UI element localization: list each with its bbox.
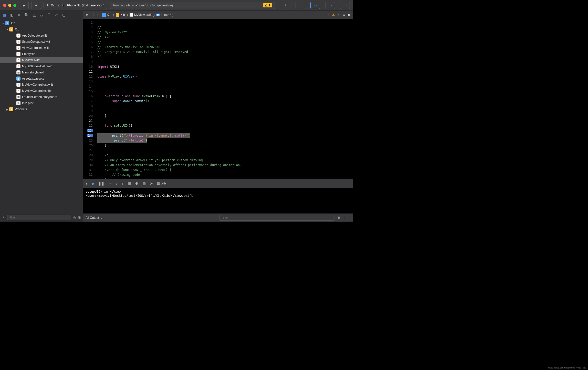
warning-icon[interactable]: ⚠ xyxy=(332,13,335,17)
crumb-file[interactable]: MyView.swift xyxy=(134,13,152,17)
test-navigator-tab[interactable]: ◇ xyxy=(40,13,43,17)
folder-icon: ▮ xyxy=(9,27,13,31)
file-label: Info.plist xyxy=(22,101,34,105)
issue-navigator-tab[interactable]: △ xyxy=(33,13,36,17)
toggle-navigator-button[interactable]: ▭ xyxy=(310,2,320,9)
file-label: MyViewController.xib xyxy=(22,89,51,93)
process-selector[interactable]: ▦ Xib xyxy=(157,182,166,185)
traffic-lights xyxy=(3,4,16,7)
source-control-navigator-tab[interactable]: ◧ xyxy=(10,13,14,17)
file-viewcontroller[interactable]: SViewController.swift xyxy=(0,45,83,51)
scheme-app-label: Xib xyxy=(51,4,55,7)
xib-file-icon: X xyxy=(16,89,20,93)
file-label: Empty.xib xyxy=(22,52,35,56)
step-into-icon[interactable]: ↓ xyxy=(116,181,118,186)
folder-icon xyxy=(116,13,119,17)
minimize-window-button[interactable] xyxy=(8,4,11,7)
project-navigator-tab[interactable]: ▤ xyxy=(3,13,6,17)
output-mode-selector[interactable]: All Output ⌄ xyxy=(86,216,102,220)
crumb-group[interactable]: Xib xyxy=(120,13,125,17)
minimap-toggle[interactable]: ≡ xyxy=(343,13,345,17)
jump-previous-issue[interactable]: 〈 xyxy=(327,13,330,17)
continue-pause-icon[interactable]: ❚❚ xyxy=(98,181,104,186)
variables-view-toggle[interactable]: ▯ xyxy=(344,216,345,220)
swift-file-icon: S xyxy=(16,40,20,44)
file-main-storyboard[interactable]: ◧Main.storyboard xyxy=(0,69,83,75)
breakpoint-navigator-tab[interactable]: ▱ xyxy=(55,13,58,17)
storyboard-file-icon: ◧ xyxy=(16,70,20,74)
file-mytableviewcell[interactable]: SMyTableViewCell.swift xyxy=(0,63,83,69)
environment-overrides-icon[interactable]: ▦ xyxy=(142,181,146,186)
code-review-button[interactable]: ⇄ xyxy=(296,2,305,9)
console-filter-input[interactable] xyxy=(219,215,334,221)
project-root[interactable]: ▼ X Xib xyxy=(0,20,83,26)
back-button[interactable]: 〈 xyxy=(91,13,94,17)
file-myviewcontroller-swift[interactable]: SMyViewController.swift xyxy=(0,82,83,88)
recent-filter-icon[interactable]: ◷ xyxy=(73,216,76,219)
navigator-filter-input[interactable] xyxy=(7,215,71,220)
console-view-toggle[interactable]: ▯ xyxy=(349,216,350,220)
group-folder[interactable]: ▼ ▮ Xib xyxy=(0,26,83,32)
clear-console-icon[interactable]: 🗑 xyxy=(338,216,341,220)
disclosure-triangle-icon[interactable]: ▼ xyxy=(2,22,5,25)
file-myview-selected[interactable]: SMyView.swift xyxy=(0,57,83,63)
step-out-icon[interactable]: ↑ xyxy=(122,181,123,186)
activity-text: Running Xib on iPhone SE (2nd generation… xyxy=(113,4,173,7)
stop-button[interactable]: ■ xyxy=(31,2,41,9)
swift-file-icon: S xyxy=(16,46,20,50)
breakpoint-marker[interactable]: 23 xyxy=(87,129,93,132)
source-editor[interactable]: 1234567891011121314151617181920212223242… xyxy=(83,19,353,179)
activity-viewer[interactable]: Running Xib on iPhone SE (2nd generation… xyxy=(110,2,275,9)
library-button[interactable]: ＋ xyxy=(281,2,290,9)
project-tree[interactable]: ▼ X Xib ▼ ▮ Xib SAppDelegate.swift SScen… xyxy=(0,19,83,213)
file-label: Main.storyboard xyxy=(22,71,44,74)
products-folder[interactable]: ▶ ▮ Products xyxy=(0,106,83,112)
navigator-sidebar: ▤ ◧ ⌗ 🔍 △ ◇ ☰ ▱ ▢ ▼ X Xib ▼ ▮ Xib SAppDe… xyxy=(0,11,83,222)
crumb-project[interactable]: Xib xyxy=(107,13,111,17)
crumb-symbol[interactable]: setupUI() xyxy=(161,13,174,17)
assets-folder-icon: ▮ xyxy=(16,77,20,81)
fullscreen-window-button[interactable] xyxy=(13,4,16,7)
chevron-right-icon: ❯ xyxy=(126,13,129,17)
debug-view-hierarchy-icon[interactable]: ▥ xyxy=(128,181,131,186)
forward-button[interactable]: 〉 xyxy=(97,13,100,17)
file-myviewcontroller-xib[interactable]: XMyViewController.xib xyxy=(0,88,83,94)
file-launchscreen[interactable]: ◧LaunchScreen.storyboard xyxy=(0,94,83,100)
disclosure-triangle-icon[interactable]: ▼ xyxy=(6,28,9,31)
breakpoint-marker[interactable]: 24 xyxy=(87,134,93,137)
code-content[interactable]: // // MyView.swift // Xib // // Created … xyxy=(95,19,353,179)
simulate-location-icon[interactable]: ➤ xyxy=(150,181,153,186)
navigator-tabs: ▤ ◧ ⌗ 🔍 △ ◇ ☰ ▱ ▢ xyxy=(0,11,83,19)
find-navigator-tab[interactable]: 🔍 xyxy=(24,13,29,17)
hide-debug-area-icon[interactable]: ▾ xyxy=(86,181,87,186)
file-empty-xib[interactable]: XEmpty.xib xyxy=(0,51,83,57)
jump-next-issue[interactable]: 〉 xyxy=(338,13,341,17)
close-window-button[interactable] xyxy=(3,4,6,7)
file-assets[interactable]: ▮Assets.xcassets xyxy=(0,75,83,82)
breakpoints-toggle-icon[interactable]: ◆ xyxy=(91,181,94,186)
related-items-icon[interactable]: ▦ xyxy=(86,13,88,17)
chevron-right-icon: ❯ xyxy=(112,13,115,17)
adjust-editor-icon[interactable]: ▣ xyxy=(348,13,350,17)
toggle-debug-area-button[interactable]: ▭ xyxy=(325,2,335,9)
run-button[interactable]: ▶ xyxy=(19,2,29,9)
toggle-inspector-button[interactable]: ▭ xyxy=(340,2,350,9)
warning-badge[interactable]: ⚠ 1 xyxy=(263,3,272,7)
file-appdelegate[interactable]: SAppDelegate.swift xyxy=(0,32,83,39)
scheme-selector[interactable]: 🛠 Xib ❯ 📱 iPhone SE (2nd generation) xyxy=(44,2,107,9)
file-info-plist[interactable]: ≣Info.plist xyxy=(0,100,83,106)
memory-graph-icon[interactable]: ⚙ xyxy=(135,181,138,186)
chevron-right-icon: ❯ xyxy=(57,4,59,7)
report-navigator-tab[interactable]: ▢ xyxy=(62,13,66,17)
console-line: setupUI() in MyView xyxy=(86,190,121,193)
debug-navigator-tab[interactable]: ☰ xyxy=(47,13,51,17)
window-titlebar: ▶ ■ 🛠 Xib ❯ 📱 iPhone SE (2nd generation)… xyxy=(0,0,353,11)
console-output[interactable]: setupUI() in MyView /Users/macvivi/Deskt… xyxy=(83,188,353,213)
symbol-navigator-tab[interactable]: ⌗ xyxy=(18,13,20,17)
console-line: /Users/macvivi/Desktop/test/IOS/swift/Xi… xyxy=(86,194,193,198)
step-over-icon[interactable]: ⤻ xyxy=(109,181,112,186)
disclosure-triangle-icon[interactable]: ▶ xyxy=(6,108,9,111)
scm-filter-icon[interactable]: ▣ xyxy=(78,216,81,219)
add-button[interactable]: ＋ xyxy=(2,215,5,220)
file-scenedelegate[interactable]: SSceneDelegate.swift xyxy=(0,39,83,45)
